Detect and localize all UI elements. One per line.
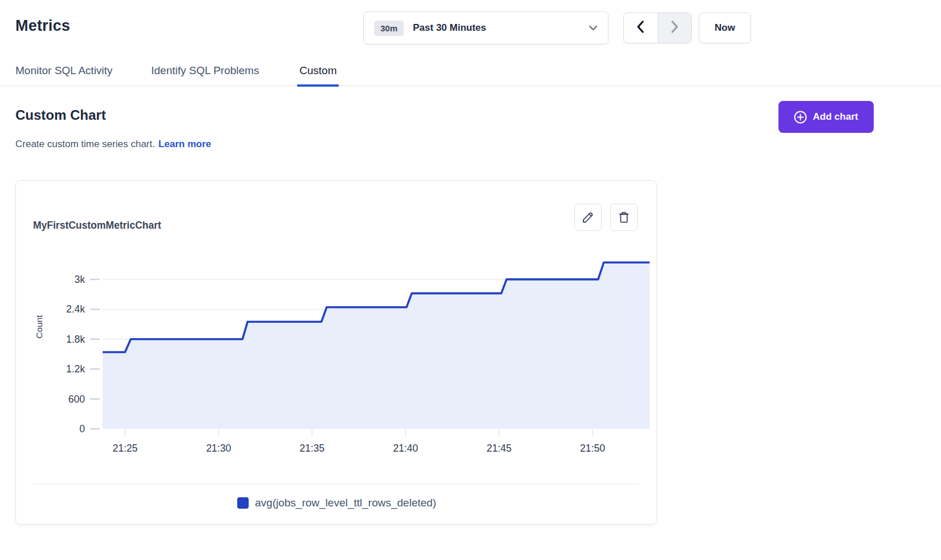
time-prev-button[interactable] xyxy=(624,13,658,43)
add-chart-button[interactable]: Add chart xyxy=(778,101,874,133)
svg-text:Count: Count xyxy=(34,315,44,339)
svg-text:21:45: 21:45 xyxy=(486,443,512,454)
svg-text:0: 0 xyxy=(79,423,85,435)
delete-chart-button[interactable] xyxy=(610,204,638,231)
learn-more-link[interactable]: Learn more xyxy=(159,139,212,149)
chevron-right-icon xyxy=(671,21,679,35)
section-subtitle: Create custom time series chart. xyxy=(15,139,155,149)
time-range-dropdown[interactable]: 30m Past 30 Minutes xyxy=(363,11,609,44)
chart-title: MyFirstCustomMetricChart xyxy=(33,220,161,232)
svg-text:1.2k: 1.2k xyxy=(66,363,85,375)
svg-text:2.4k: 2.4k xyxy=(66,303,85,315)
svg-text:21:25: 21:25 xyxy=(112,443,137,454)
svg-text:21:35: 21:35 xyxy=(299,443,325,454)
tab-custom[interactable]: Custom xyxy=(299,56,336,86)
legend-item[interactable]: avg(jobs_row_level_ttl_rows_deleted) xyxy=(16,497,658,509)
time-next-button[interactable] xyxy=(658,13,691,43)
svg-text:3k: 3k xyxy=(75,274,86,285)
chevron-down-icon xyxy=(589,25,598,31)
tab-bar: Monitor SQL Activity Identify SQL Proble… xyxy=(0,56,941,86)
svg-text:21:40: 21:40 xyxy=(393,443,418,454)
svg-text:1.8k: 1.8k xyxy=(66,334,85,345)
add-chart-label: Add chart xyxy=(813,111,858,123)
svg-text:21:50: 21:50 xyxy=(580,443,605,454)
time-range-label: Past 30 Minutes xyxy=(413,22,589,34)
edit-chart-button[interactable] xyxy=(574,204,602,231)
chart-actions xyxy=(574,204,638,231)
plus-circle-icon xyxy=(794,111,807,124)
legend-divider xyxy=(33,484,639,484)
legend-swatch xyxy=(237,497,249,509)
legend-label: avg(jobs_row_level_ttl_rows_deleted) xyxy=(255,497,436,509)
svg-text:21:30: 21:30 xyxy=(206,443,231,454)
svg-text:600: 600 xyxy=(68,393,85,405)
now-button[interactable]: Now xyxy=(699,13,751,43)
trash-icon xyxy=(617,210,631,224)
chevron-left-icon xyxy=(636,21,644,35)
time-range-badge: 30m xyxy=(374,21,404,36)
tab-monitor-sql-activity[interactable]: Monitor SQL Activity xyxy=(15,56,112,86)
time-nav-group xyxy=(623,13,692,43)
chart-canvas[interactable]: 06001.2k1.8k2.4k3kCount21:2521:3021:3521… xyxy=(16,240,658,457)
custom-chart-card: MyFirstCustomMetricChart 06001.2k1.8k2.4… xyxy=(15,180,657,525)
page-title: Metrics xyxy=(15,17,70,35)
section-title: Custom Chart xyxy=(15,107,106,123)
pencil-icon xyxy=(581,210,595,224)
tab-identify-sql-problems[interactable]: Identify SQL Problems xyxy=(151,56,259,86)
